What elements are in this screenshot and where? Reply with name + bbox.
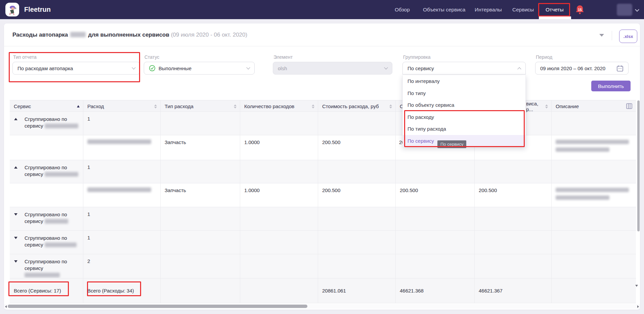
table-columns-icon[interactable] — [626, 103, 633, 109]
run-report-button[interactable]: Выполнить — [591, 81, 631, 91]
column-header-expense-count[interactable]: Количество расходов — [240, 100, 318, 111]
sort-icon[interactable] — [545, 104, 548, 108]
sort-icon[interactable] — [154, 104, 157, 108]
blurred-expense-name — [87, 187, 151, 192]
user-menu[interactable] — [617, 4, 632, 16]
divider — [612, 31, 612, 40]
element-select[interactable]: olsh — [273, 62, 392, 75]
notifications-bell-icon[interactable]: 15 — [575, 5, 585, 15]
scroll-right-arrow-icon[interactable] — [637, 305, 639, 308]
table-footer-row: Всего (Сервисы: 17) Всего (Расходы: 34) … — [10, 278, 636, 303]
export-xlsx-button[interactable]: .xlsx — [619, 30, 637, 43]
report-type-value: По расходам автопарка — [17, 65, 73, 71]
expand-group-icon[interactable] — [14, 213, 17, 216]
blurred-service-name — [45, 242, 77, 247]
period-value: 09 июля 2020 – 06 окт. 2020 — [540, 65, 605, 71]
scroll-left-arrow-icon[interactable] — [5, 305, 7, 308]
fleetrun-logo-icon[interactable] — [5, 3, 19, 16]
status-label: Статус — [144, 54, 159, 60]
group-label: Сгруппировано по сервису — [25, 258, 80, 278]
table-row: Запчасть 1.0000 200.500 200.500 200.500 — [10, 183, 636, 207]
table-row: Сгруппировано по сервису 1 — [10, 160, 636, 183]
blurred-description — [556, 140, 629, 144]
grouping-select[interactable]: По сервису — [402, 62, 526, 75]
expense-type-cell: Запчасть — [160, 183, 240, 207]
blurred-service-name — [45, 172, 78, 177]
nav-services[interactable]: Сервисы — [512, 0, 534, 19]
table-row: Сгруппировано по сервису 1 — [10, 207, 636, 231]
period-label: Период — [536, 54, 552, 60]
blurred-description — [556, 195, 609, 200]
table-header-row: Сервис Расход Тип расхода Количество рас… — [10, 100, 636, 112]
sort-icon[interactable] — [234, 104, 237, 108]
services-total: Всего (Сервисы: 17) — [10, 278, 83, 303]
blurred-description — [556, 147, 609, 152]
group-count: 1 — [83, 160, 160, 183]
nav-overview[interactable]: Обзор — [395, 0, 410, 19]
grouping-option-type[interactable]: По типу — [403, 87, 525, 99]
column-header-expense[interactable]: Расход — [83, 100, 160, 111]
calendar-icon[interactable] — [616, 65, 624, 72]
grouping-option-expense[interactable]: По расходу — [403, 111, 525, 123]
group-label: Сгруппировано по сервису — [25, 211, 80, 225]
blurred-expense-name — [87, 139, 151, 144]
grouping-option-tooltip: По сервису — [437, 140, 466, 148]
expand-group-icon[interactable] — [14, 260, 17, 263]
blurred-description — [556, 188, 629, 192]
user-chevron-down-icon[interactable] — [635, 7, 639, 12]
scroll-down-arrow-icon[interactable] — [635, 285, 638, 287]
notifications-count-badge: 15 — [577, 8, 583, 12]
status-select[interactable]: Выполненные — [144, 62, 255, 75]
expense-cost-cell: 200.500 — [318, 135, 395, 160]
column-header-expense-cost[interactable]: Стоимость расхода, руб — [318, 100, 395, 111]
grouping-label: Группировка — [403, 54, 431, 60]
grouping-option-interval[interactable]: По интервалу — [403, 75, 525, 87]
status-value: Выполненные — [159, 65, 191, 71]
group-label: Сгруппировано по сервису — [25, 164, 80, 178]
blurred-fleet-name — [70, 32, 86, 37]
sort-icon[interactable] — [389, 104, 392, 108]
grouping-option-service-object[interactable]: По объекту сервиса — [403, 99, 525, 111]
report-type-select[interactable]: По расходам автопарка — [12, 62, 140, 75]
collapse-report-chevron-icon[interactable] — [599, 34, 604, 37]
expand-group-icon[interactable] — [14, 237, 17, 239]
active-tab-indicator — [539, 16, 571, 19]
col6-total: 46621.368 — [395, 278, 474, 303]
top-bar: Fleetrun Обзор Объекты сервиса Интервалы… — [0, 0, 644, 19]
status-check-circle-icon — [149, 65, 156, 72]
sort-icon[interactable] — [312, 104, 314, 108]
expense-cost-cell: 200.500 — [318, 183, 395, 207]
report-card: Расходы автопаркадля выполненных сервисо… — [4, 24, 640, 310]
nav-service-objects[interactable]: Объекты сервиса — [423, 0, 465, 19]
report-title-part2: для выполненных сервисов — [88, 32, 169, 38]
report-type-label: Тип отчета — [13, 54, 37, 60]
grouping-option-expense-type[interactable]: По типу расхода — [403, 123, 525, 135]
report-title: Расходы автопаркадля выполненных сервисо… — [12, 32, 247, 38]
column-header-service[interactable]: Сервис — [10, 100, 83, 111]
horizontal-scrollbar[interactable] — [4, 304, 640, 309]
expense-type-cell: Запчасть — [160, 135, 240, 160]
nav-intervals[interactable]: Интервалы — [475, 0, 502, 19]
blurred-service-name — [25, 273, 60, 277]
table-row: Сгруппировано по сервису 2 — [10, 254, 636, 278]
collapse-group-icon[interactable] — [14, 166, 17, 169]
horizontal-scrollbar-thumb[interactable] — [8, 305, 307, 308]
expense-qty-cell: 1.0000 — [240, 135, 318, 160]
total-cost-cell: 200.500 — [395, 183, 474, 207]
vertical-scrollbar-thumb[interactable] — [637, 100, 640, 231]
table-row: Сгруппировано по сервису 1 — [10, 112, 636, 135]
report-period-note: (09 июля 2020 - 06 окт. 2020) — [171, 32, 247, 38]
period-input[interactable]: 09 июля 2020 – 06 окт. 2020 — [535, 62, 629, 75]
service-cost-cell: 200.500 — [474, 183, 551, 207]
expense-qty-cell: 1.0000 — [240, 183, 318, 207]
collapse-group-icon[interactable] — [14, 118, 17, 120]
vertical-scrollbar[interactable] — [637, 100, 640, 302]
col7-total: 46621.367 — [474, 278, 551, 303]
column-header-description[interactable]: Описание — [551, 100, 636, 111]
column-header-expense-type[interactable]: Тип расхода — [160, 100, 240, 111]
element-label: Элемент — [273, 54, 293, 60]
group-count: 2 — [83, 254, 160, 278]
sort-asc-icon[interactable] — [77, 105, 80, 107]
blurred-service-name — [45, 219, 68, 224]
chevron-down-icon — [384, 65, 388, 69]
